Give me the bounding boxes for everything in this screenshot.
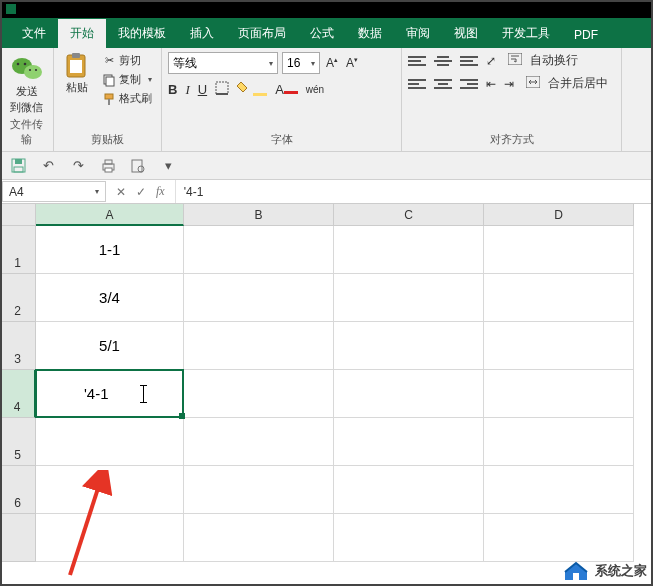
cell-C2[interactable]	[334, 274, 484, 322]
print-button[interactable]	[100, 158, 116, 174]
qat-more-button[interactable]: ▾	[160, 158, 176, 174]
wrap-text-button[interactable]: 自动换行	[530, 52, 578, 69]
col-header-A[interactable]: A	[36, 204, 184, 226]
tab-dev[interactable]: 开发工具	[490, 19, 562, 48]
row-header-3[interactable]: 3	[0, 322, 36, 370]
cell-A3[interactable]: 5/1	[36, 322, 184, 370]
decrease-indent-button[interactable]: ⇤	[486, 77, 496, 91]
orientation-button[interactable]: ⤢	[486, 54, 496, 68]
undo-button[interactable]: ↶	[40, 158, 56, 174]
row-header-2[interactable]: 2	[0, 274, 36, 322]
decrease-font-button[interactable]: A▾	[344, 56, 360, 70]
cell-C4[interactable]	[334, 370, 484, 418]
tab-layout[interactable]: 页面布局	[226, 19, 298, 48]
save-button[interactable]	[10, 158, 26, 174]
align-left-button[interactable]	[408, 76, 426, 92]
watermark: 系统之家 XITONGZHIJIA.NET	[563, 560, 647, 582]
font-name-select[interactable]: 等线▾	[168, 52, 278, 74]
align-center-button[interactable]	[434, 76, 452, 92]
watermark-text: 系统之家	[595, 562, 647, 580]
redo-button[interactable]: ↷	[70, 158, 86, 174]
align-top-button[interactable]	[408, 53, 426, 69]
cell-B3[interactable]	[184, 322, 334, 370]
tab-data[interactable]: 数据	[346, 19, 394, 48]
cell-A4[interactable]: '4-1	[36, 370, 184, 418]
cell-D6[interactable]	[484, 466, 634, 514]
font-size-select[interactable]: 16▾	[282, 52, 320, 74]
tab-home[interactable]: 开始	[58, 19, 106, 48]
grid: 1 2 3 4 5 6 1-1 3/4 5/1 '4-1	[0, 226, 653, 562]
font-color-button[interactable]: A	[275, 82, 298, 97]
cell-D4[interactable]	[484, 370, 634, 418]
merge-center-button[interactable]: 合并后居中	[548, 75, 608, 92]
align-right-button[interactable]	[460, 76, 478, 92]
cell-A1[interactable]: 1-1	[36, 226, 184, 274]
cell-D1[interactable]	[484, 226, 634, 274]
bold-button[interactable]: B	[168, 82, 177, 97]
border-button[interactable]	[215, 81, 229, 98]
fill-color-button[interactable]	[237, 80, 267, 99]
copy-icon	[102, 73, 116, 87]
tab-review[interactable]: 审阅	[394, 19, 442, 48]
cell-A5[interactable]	[36, 418, 184, 466]
tab-formula[interactable]: 公式	[298, 19, 346, 48]
align-bottom-button[interactable]	[460, 53, 478, 69]
confirm-edit-button[interactable]: ✓	[136, 185, 146, 199]
italic-button[interactable]: I	[185, 82, 189, 98]
cell-B4[interactable]	[184, 370, 334, 418]
cut-button[interactable]: ✂剪切	[100, 52, 154, 69]
cell-A2[interactable]: 3/4	[36, 274, 184, 322]
tab-template[interactable]: 我的模板	[106, 19, 178, 48]
cell-C7[interactable]	[334, 514, 484, 562]
formula-input[interactable]: '4-1	[176, 180, 653, 203]
app-icon	[6, 4, 16, 14]
underline-button[interactable]: U	[198, 82, 207, 97]
cell-D7[interactable]	[484, 514, 634, 562]
phonetic-button[interactable]: wén	[306, 84, 324, 95]
copy-button[interactable]: 复制▾	[100, 71, 154, 88]
cell-B6[interactable]	[184, 466, 334, 514]
ribbon-tabs: 文件 开始 我的模板 插入 页面布局 公式 数据 审阅 视图 开发工具 PDF	[0, 18, 653, 48]
tab-file[interactable]: 文件	[10, 19, 58, 48]
col-header-C[interactable]: C	[334, 204, 484, 226]
group-label-align: 对齐方式	[408, 130, 615, 149]
cell-C1[interactable]	[334, 226, 484, 274]
cell-C6[interactable]	[334, 466, 484, 514]
row-header-1[interactable]: 1	[0, 226, 36, 274]
row-header-4[interactable]: 4	[0, 370, 36, 418]
row-header-6[interactable]: 6	[0, 466, 36, 514]
increase-indent-button[interactable]: ⇥	[504, 77, 514, 91]
cell-B1[interactable]	[184, 226, 334, 274]
select-all-corner[interactable]	[0, 204, 36, 226]
increase-font-button[interactable]: A▴	[324, 56, 340, 70]
cell-D5[interactable]	[484, 418, 634, 466]
cell-B7[interactable]	[184, 514, 334, 562]
svg-point-1	[24, 65, 42, 79]
wechat-icon[interactable]	[11, 56, 43, 82]
tab-pdf[interactable]: PDF	[562, 22, 610, 48]
cell-A6[interactable]	[36, 466, 184, 514]
cell-A7[interactable]	[36, 514, 184, 562]
cell-D3[interactable]	[484, 322, 634, 370]
svg-rect-21	[105, 160, 112, 164]
paste-button[interactable]: 粘贴	[60, 52, 94, 95]
col-header-B[interactable]: B	[184, 204, 334, 226]
name-box[interactable]: A4▾	[2, 181, 106, 202]
cancel-edit-button[interactable]: ✕	[116, 185, 126, 199]
cell-B2[interactable]	[184, 274, 334, 322]
cell-D2[interactable]	[484, 274, 634, 322]
tab-insert[interactable]: 插入	[178, 19, 226, 48]
format-painter-button[interactable]: 格式刷	[100, 90, 154, 107]
row-header-5[interactable]: 5	[0, 418, 36, 466]
col-header-D[interactable]: D	[484, 204, 634, 226]
cell-C5[interactable]	[334, 418, 484, 466]
wrap-icon	[508, 53, 522, 65]
tab-view[interactable]: 视图	[442, 19, 490, 48]
insert-function-button[interactable]: fx	[156, 184, 165, 199]
align-middle-button[interactable]	[434, 53, 452, 69]
row-header-7[interactable]	[0, 514, 36, 562]
cell-C3[interactable]	[334, 322, 484, 370]
print-preview-button[interactable]	[130, 158, 146, 174]
cell-B5[interactable]	[184, 418, 334, 466]
cells-area[interactable]: 1-1 3/4 5/1 '4-1	[36, 226, 634, 562]
